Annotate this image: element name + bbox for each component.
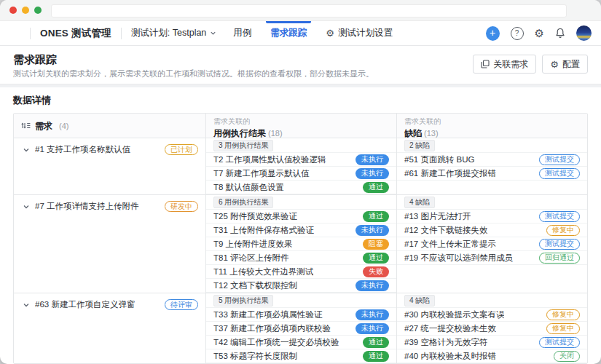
item-title[interactable]: T12 文档下载权限控制 xyxy=(213,280,297,291)
column-count: (4) xyxy=(59,122,68,130)
app-title: ONES 测试管理 xyxy=(40,27,111,40)
requirement-row: #1 支持工作项名称默认值已计划 xyxy=(23,142,198,157)
column-title: 缺陷 xyxy=(404,128,422,138)
requirement-title[interactable]: #7 工作项详情支持上传附件 xyxy=(35,201,160,212)
link-requirement-icon xyxy=(481,60,490,68)
requirement-title[interactable]: #1 支持工作项名称默认值 xyxy=(35,144,160,155)
tab-requirement-tracking[interactable]: 需求跟踪 xyxy=(261,21,316,45)
section-divider xyxy=(0,84,601,87)
config-button[interactable]: ⚙ 配置 xyxy=(542,55,588,74)
item-title[interactable]: T7 新建工作项显示默认值 xyxy=(213,168,310,179)
test-plan-label: 测试计划: Testplan xyxy=(131,27,207,39)
list-item: #12 文件下载链接失效修复中 xyxy=(397,223,587,237)
link-requirement-button[interactable]: 关联需求 xyxy=(473,55,536,74)
item-title[interactable]: #51 页面跳转 BUG xyxy=(404,154,475,165)
sub-table-header: 4 缺陷 xyxy=(397,293,587,308)
nav-actions: + ? ⚙ xyxy=(486,25,592,41)
item-title[interactable]: #27 统一提交校验未生效 xyxy=(404,323,496,334)
item-title[interactable]: T37 新建工作项必填项内联校验 xyxy=(213,323,331,334)
list-item: #39 空格计为无效字符测试提交 xyxy=(397,336,587,349)
sub-table-header: 5 用例执行结果 xyxy=(206,293,396,308)
list-item: #17 文件上传未正常提示测试提交 xyxy=(397,237,587,251)
item-title[interactable]: T33 新建工作项必填属性验证 xyxy=(213,309,323,320)
item-title[interactable]: #17 文件上传未正常提示 xyxy=(404,239,496,250)
item-title[interactable]: #39 空格计为无效字符 xyxy=(404,337,487,348)
test-plan-selector[interactable]: 测试计划: Testplan xyxy=(131,27,217,39)
count-chip: 2 缺陷 xyxy=(404,140,435,151)
hamburger-menu-icon[interactable] xyxy=(9,29,20,37)
close-window-button[interactable] xyxy=(9,7,17,14)
item-title[interactable]: #13 图片无法打开 xyxy=(404,211,471,222)
table-row: #63 新建工作项自定义弹窗待评审5 用例执行结果T33 新建工作项必填属性验证… xyxy=(14,293,587,363)
item-title[interactable]: T53 标题字符长度限制 xyxy=(213,351,297,362)
expand-toggle[interactable] xyxy=(23,200,30,213)
status-badge: 回归通过 xyxy=(539,253,580,264)
item-title[interactable]: T81 评论区上传附件 xyxy=(213,253,289,264)
status-badge: 修复中 xyxy=(546,225,580,236)
status-badge: 关闭 xyxy=(554,351,580,362)
requirement-status-badge: 待评审 xyxy=(165,299,198,310)
requirement-status-badge: 已计划 xyxy=(165,144,198,155)
help-icon[interactable]: ? xyxy=(511,27,524,40)
list-item: T12 文档下载权限控制未执行 xyxy=(206,279,396,293)
column-count: (13) xyxy=(424,129,439,138)
button-label: 关联需求 xyxy=(493,58,528,71)
count-chip: 6 用例执行结果 xyxy=(213,197,273,208)
status-badge: 修复中 xyxy=(546,323,580,334)
list-item: #13 图片无法打开测试提交 xyxy=(397,210,587,223)
item-title[interactable]: T11 上传较大文件边界测试 xyxy=(213,266,313,277)
requirement-cell: #7 工作项详情支持上传附件研发中 xyxy=(14,195,205,293)
list-item: T33 新建工作项必填属性验证未执行 xyxy=(206,308,396,322)
tab-cases[interactable]: 用例 xyxy=(224,21,261,45)
section-title: 数据详情 xyxy=(13,94,588,107)
divider xyxy=(121,28,122,39)
tab-label: 测试计划设置 xyxy=(338,27,393,39)
gear-icon: ⚙ xyxy=(550,60,559,69)
status-badge: 测试提交 xyxy=(539,154,580,165)
item-title[interactable]: #19 不应该可以选到禁用成员 xyxy=(404,253,513,264)
column-header-requirement[interactable]: 需求 (4) xyxy=(14,114,205,138)
item-title[interactable]: #30 内联校验提示文案有误 xyxy=(404,309,504,320)
item-title[interactable]: #12 文件下载链接失效 xyxy=(404,225,487,236)
list-item: T11 上传较大文件边界测试失败 xyxy=(206,265,396,279)
user-avatar[interactable] xyxy=(576,25,592,41)
requirement-table: 需求 (4) 需求关联的 用例执行结果(18) 需求关联的 缺陷(13) #1 … xyxy=(13,113,588,364)
status-badge: 通过 xyxy=(363,253,389,264)
item-title[interactable]: T2 工作项属性默认值校验逻辑 xyxy=(213,154,326,165)
address-bar[interactable] xyxy=(51,4,567,17)
list-item: T53 标题字符长度限制通过 xyxy=(206,349,396,363)
list-item: T37 新建工作项必填项内联校验未执行 xyxy=(206,322,396,336)
item-title[interactable]: #61 新建工作项提交报错 xyxy=(404,168,496,179)
expand-toggle[interactable] xyxy=(23,143,30,157)
status-badge: 未执行 xyxy=(356,280,389,291)
column-subtitle: 需求关联的 xyxy=(404,117,580,126)
status-badge: 修复中 xyxy=(546,309,580,320)
list-item: #51 页面跳转 BUG测试提交 xyxy=(397,153,587,167)
item-title[interactable]: T9 上传附件进度效果 xyxy=(213,239,293,250)
requirement-title[interactable]: #63 新建工作项自定义弹窗 xyxy=(35,299,160,310)
status-badge: 阻塞 xyxy=(363,239,389,250)
status-badge: 通过 xyxy=(363,182,389,193)
page-title: 需求跟踪 xyxy=(13,52,374,66)
list-item: T31 上传附件保存格式验证未执行 xyxy=(206,223,396,237)
item-title[interactable]: T8 默认值颜色设置 xyxy=(213,182,284,193)
count-chip: 3 用例执行结果 xyxy=(213,140,273,151)
item-title[interactable]: T42 编辑工作项统一提交必填校验 xyxy=(213,337,339,348)
settings-gear-icon[interactable]: ⚙ xyxy=(535,28,544,39)
create-button[interactable]: + xyxy=(486,26,500,41)
sub-table-header: 4 缺陷 xyxy=(397,195,587,210)
item-title[interactable]: T31 上传附件保存格式验证 xyxy=(213,225,314,236)
sub-table-header: 3 用例执行结果 xyxy=(206,138,396,153)
notifications-bell-icon[interactable] xyxy=(555,28,565,39)
list-item: #27 统一提交校验未生效修复中 xyxy=(397,322,587,336)
expand-toggle[interactable] xyxy=(23,298,30,312)
zoom-window-button[interactable] xyxy=(34,7,42,14)
sub-table-header: 2 缺陷 xyxy=(397,138,587,153)
tab-plan-settings[interactable]: ⚙ 测试计划设置 xyxy=(316,21,402,45)
column-header-case-results: 需求关联的 用例执行结果(18) xyxy=(205,114,396,138)
item-title[interactable]: #40 内联校验未及时报错 xyxy=(404,351,496,362)
minimize-window-button[interactable] xyxy=(22,7,29,14)
requirement-cell: #1 支持工作项名称默认值已计划 xyxy=(14,138,205,194)
chevron-down-icon xyxy=(23,203,30,210)
item-title[interactable]: T25 附件预览效果验证 xyxy=(213,211,297,222)
